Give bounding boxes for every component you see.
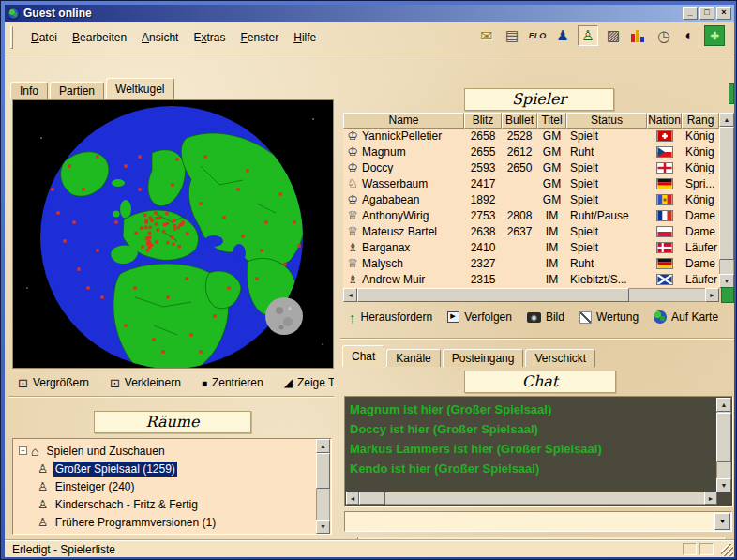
- table-row[interactable]: ♕AnthonyWirig27532808IMRuht/PauseDame: [343, 208, 719, 224]
- column-header-nation[interactable]: Nation: [647, 113, 682, 129]
- column-header-bullet[interactable]: Bullet: [502, 113, 537, 129]
- mail-icon[interactable]: [476, 25, 497, 46]
- toolbar-grip[interactable]: [10, 26, 13, 49]
- maximize-button[interactable]: □: [699, 7, 714, 20]
- clock-icon[interactable]: [654, 25, 674, 46]
- menu-item-datei[interactable]: Datei: [23, 28, 65, 47]
- chat-display[interactable]: Magnum ist hier (Großer Spielsaal)Doccy …: [344, 396, 733, 507]
- action-challenge-button[interactable]: Herausfordern: [349, 310, 432, 325]
- follow-icon: [447, 311, 459, 323]
- player-name: AnthonyWirig: [362, 208, 464, 224]
- tree-item[interactable]: Kinderschach - Fritz & Fertig: [17, 495, 315, 513]
- chevron-down-icon[interactable]: ▼: [714, 513, 730, 530]
- globe-button-day[interactable]: Zeige Tag: [284, 376, 334, 389]
- player-name: YannickPelletier: [362, 129, 464, 144]
- tab-info[interactable]: Info: [10, 82, 48, 99]
- scroll-up-icon[interactable]: ▲: [716, 398, 731, 412]
- action-map-button[interactable]: Auf Karte: [654, 310, 718, 324]
- column-header-name[interactable]: Name: [343, 113, 464, 129]
- table-row[interactable]: ♔Magnum26552612GMRuhtKönig: [343, 144, 719, 160]
- players-table-hscrollbar[interactable]: ◄ ►: [343, 288, 719, 302]
- menu-item-fenster[interactable]: Fenster: [233, 28, 287, 47]
- table-row[interactable]: ♔Doccy25932650GMSpieltKönig: [343, 160, 719, 176]
- action-rating-button[interactable]: Wertung: [579, 310, 639, 324]
- scroll-left-icon[interactable]: ◄: [343, 288, 357, 302]
- close-button[interactable]: ×: [716, 7, 731, 20]
- column-header-status[interactable]: Status: [566, 113, 647, 129]
- scroll-right-icon[interactable]: ►: [705, 288, 719, 302]
- table-row[interactable]: ♔YannickPelletier26582528GMSpieltKönig: [343, 129, 719, 144]
- column-header-rang[interactable]: Rang: [682, 113, 719, 129]
- tree-root-label: Spielen und Zuschauen: [44, 444, 166, 459]
- tab-posteingang[interactable]: Posteingang: [443, 349, 524, 367]
- menu-item-extras[interactable]: Extras: [186, 28, 233, 47]
- action-photo-button[interactable]: Bild: [527, 310, 564, 324]
- scroll-up-icon[interactable]: ▲: [719, 113, 734, 127]
- stats-icon[interactable]: [628, 25, 649, 46]
- player-title: IM: [537, 224, 566, 240]
- scroll-down-icon[interactable]: ▼: [716, 478, 731, 492]
- table-row[interactable]: ♕Mateusz Bartel26382637IMSpieltDame: [343, 224, 719, 240]
- tree-item[interactable]: Frühere Programmversionen (1): [17, 513, 315, 531]
- chat-hscrollbar[interactable]: ◄ ►: [346, 492, 717, 505]
- scroll-thumb[interactable]: [316, 453, 330, 489]
- photo-icon[interactable]: [603, 25, 624, 46]
- collapse-icon[interactable]: −: [19, 446, 27, 455]
- tab-kanäle[interactable]: Kanäle: [386, 349, 440, 367]
- players-table: NameBlitzBulletTitelStatusNationRang ♔Ya…: [343, 113, 719, 288]
- title-bar[interactable]: Guest online _ □ ×: [5, 5, 734, 22]
- table-row[interactable]: ♗Andrew Muir2315IMKiebitzt/S...Läufer: [343, 272, 719, 288]
- rooms-tree-scrollbar[interactable]: ▲ ▼: [316, 439, 331, 534]
- scroll-thumb[interactable]: [719, 127, 734, 260]
- scroll-down-icon[interactable]: ▼: [719, 274, 734, 288]
- menu-item-hilfe[interactable]: Hilfe: [286, 28, 323, 47]
- action-label: Verfolgen: [464, 310, 512, 324]
- table-row[interactable]: ♔Agababean1892GMSpieltKönig: [343, 192, 719, 208]
- chat-vscrollbar[interactable]: ▲ ▼: [716, 398, 731, 492]
- nation-flag-denmark: [647, 240, 682, 256]
- table-row[interactable]: ♘Wasserbaum2417GMSpieltSpri...: [343, 176, 719, 192]
- new-icon[interactable]: [704, 25, 725, 46]
- tab-verschickt[interactable]: Verschickt: [525, 349, 595, 367]
- scroll-left-icon[interactable]: ◄: [346, 492, 359, 505]
- notes-icon[interactable]: [502, 25, 522, 46]
- table-row[interactable]: ♕Malysch2327IMRuhtDame: [343, 256, 719, 272]
- menu-item-bearbeiten[interactable]: Bearbeiten: [65, 28, 134, 47]
- tree-item[interactable]: Maschinenraum (82): [17, 531, 315, 535]
- blitz-rating: 2410: [464, 240, 502, 256]
- action-label: Auf Karte: [671, 310, 718, 324]
- tree-item[interactable]: Großer Spielsaal (1259): [17, 460, 315, 477]
- elo-icon[interactable]: ELO: [527, 25, 548, 46]
- tab-chat[interactable]: Chat: [342, 345, 384, 367]
- scroll-thumb[interactable]: [359, 492, 385, 505]
- minimize-button[interactable]: _: [683, 7, 698, 20]
- table-row[interactable]: ♗Barganax2410IMSpieltLäufer: [343, 240, 719, 256]
- globe-button-center[interactable]: Zentrieren: [202, 376, 263, 389]
- tab-partien[interactable]: Partien: [50, 82, 104, 99]
- players-icon[interactable]: [578, 25, 598, 46]
- contrast-icon[interactable]: [679, 25, 699, 46]
- scroll-down-icon[interactable]: ▼: [316, 520, 330, 534]
- profile-icon[interactable]: [552, 25, 573, 46]
- blitz-rating: 2638: [464, 224, 502, 240]
- bullet-rating: [502, 272, 537, 288]
- world-globe-map[interactable]: [13, 100, 333, 368]
- column-header-blitz[interactable]: Blitz: [464, 113, 502, 129]
- pane-divider[interactable]: [335, 76, 340, 557]
- tree-root-item[interactable]: −Spielen und Zuschauen: [17, 442, 315, 460]
- scroll-thumb[interactable]: [716, 413, 731, 462]
- tab-weltkugel[interactable]: Weltkugel: [106, 78, 173, 99]
- scroll-thumb[interactable]: [357, 288, 629, 302]
- menu-item-ansicht[interactable]: Ansicht: [134, 28, 186, 47]
- column-header-titel[interactable]: Titel: [537, 113, 566, 129]
- chat-channel-combobox[interactable]: ▼: [344, 511, 732, 532]
- scroll-up-icon[interactable]: ▲: [316, 439, 330, 453]
- globe-button-zoom-out[interactable]: Verkleinern: [110, 376, 181, 390]
- resize-grip-icon[interactable]: [721, 544, 733, 556]
- tree-item[interactable]: Einsteiger (240): [17, 477, 315, 495]
- action-follow-button[interactable]: Verfolgen: [447, 310, 512, 324]
- players-table-vscrollbar[interactable]: ▲ ▼: [719, 113, 734, 288]
- scroll-right-icon[interactable]: ►: [704, 492, 717, 505]
- globe-button-zoom-in[interactable]: Vergrößern: [18, 376, 89, 390]
- nation-flag-germany: [647, 256, 682, 272]
